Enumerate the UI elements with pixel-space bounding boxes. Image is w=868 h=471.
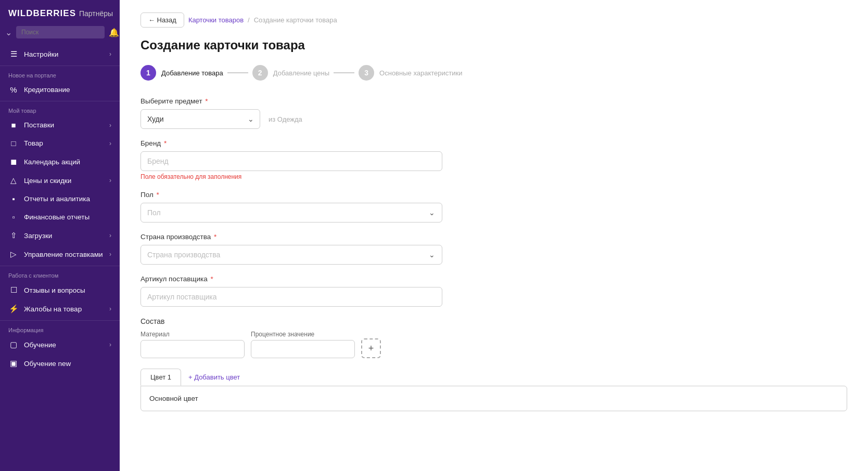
sidebar-item-krediting[interactable]: % Кредитование bbox=[0, 81, 120, 99]
breadcrumb-current: Создание карточки товара bbox=[254, 16, 337, 24]
breadcrumb: ← Назад Карточки товаров / Создание карт… bbox=[141, 12, 847, 28]
sidebar-item-learning[interactable]: ▢ Обучение › bbox=[0, 335, 120, 354]
step-line-1 bbox=[227, 72, 248, 73]
postavki-icon: ■ bbox=[8, 121, 19, 129]
subject-row: Худи ⌄ из Одежда bbox=[141, 109, 847, 129]
brand-error: Поле обязательно для заполнения bbox=[141, 173, 847, 180]
sidebar-item-prices[interactable]: △ Цены и скидки › bbox=[0, 171, 120, 190]
sidebar-item-label-reviews: Отзывы и вопросы bbox=[24, 286, 111, 294]
gender-select-wrapper: Пол ⌄ bbox=[141, 203, 442, 223]
country-select[interactable]: Страна производства bbox=[141, 245, 442, 265]
step-1-circle: 1 bbox=[141, 65, 156, 81]
sidebar-item-label-learning-new: Обучение new bbox=[24, 360, 111, 368]
page-title: Создание карточки товара bbox=[141, 38, 847, 53]
complaints-icon: ⚡ bbox=[8, 304, 19, 313]
divider bbox=[0, 66, 120, 66]
composition-title: Состав bbox=[141, 317, 847, 325]
sidebar-item-label-krediting: Кредитование bbox=[24, 86, 111, 94]
subject-select-wrapper: Худи ⌄ bbox=[141, 109, 260, 129]
article-label: Артикул поставщика * bbox=[141, 275, 847, 283]
sidebar-item-finance[interactable]: ▫ Финансовые отчеты bbox=[0, 208, 120, 226]
gender-label: Пол * bbox=[141, 191, 847, 199]
add-color-button[interactable]: + Добавить цвет bbox=[181, 369, 247, 385]
step-3: 3 Основные характеристики bbox=[359, 65, 462, 81]
chevron-right-icon-6: › bbox=[109, 251, 111, 258]
learning-new-icon: ▣ bbox=[8, 359, 19, 368]
percent-input[interactable] bbox=[251, 340, 355, 358]
material-label: Материал bbox=[141, 331, 245, 338]
step-2-label: Добавление цены bbox=[273, 69, 329, 77]
sidebar: WILDBERRIES Партнёры ⌄ 🔔 ☰ Настройки › Н… bbox=[0, 0, 120, 471]
chevron-right-icon: › bbox=[109, 50, 111, 58]
step-2: 2 Добавление цены bbox=[252, 65, 329, 81]
sidebar-item-label-calendar: Календарь акций bbox=[24, 158, 111, 166]
chevron-right-icon-5: › bbox=[109, 232, 111, 239]
sidebar-item-label-prices: Цены и скидки bbox=[24, 177, 104, 185]
sidebar-item-uploads[interactable]: ⇧ Загрузки › bbox=[0, 226, 120, 245]
color-panel: Основной цвет bbox=[141, 386, 847, 411]
step-1-label: Добавление товара bbox=[161, 69, 223, 77]
subject-label: Выберите предмет * bbox=[141, 97, 847, 105]
sidebar-item-postavki[interactable]: ■ Поставки › bbox=[0, 116, 120, 134]
sidebar-item-label-complaints: Жалобы на товар bbox=[24, 305, 104, 313]
sidebar-item-settings[interactable]: ☰ Настройки › bbox=[0, 45, 120, 63]
brand-label: Бренд * bbox=[141, 139, 847, 147]
krediting-icon: % bbox=[8, 85, 19, 94]
sidebar-item-label-settings: Настройки bbox=[24, 50, 104, 58]
color-tab-1[interactable]: Цвет 1 bbox=[141, 369, 181, 386]
prices-icon: △ bbox=[8, 176, 19, 185]
calendar-icon: ◼ bbox=[8, 157, 19, 166]
new-on-portal-label: Новое на портале bbox=[0, 68, 120, 81]
brand-input[interactable] bbox=[141, 151, 442, 171]
chevron-right-icon-2: › bbox=[109, 122, 111, 129]
step-1: 1 Добавление товара bbox=[141, 65, 223, 81]
divider-3 bbox=[0, 266, 120, 266]
sidebar-logo-partners: Партнёры bbox=[79, 9, 113, 18]
gender-section: Пол * Пол ⌄ bbox=[141, 191, 847, 223]
expand-icon[interactable]: ⌄ bbox=[5, 28, 12, 37]
country-section: Страна производства * Страна производств… bbox=[141, 233, 847, 265]
back-button[interactable]: ← Назад bbox=[141, 12, 184, 28]
breadcrumb-link[interactable]: Карточки товаров bbox=[188, 16, 244, 24]
sidebar-item-label-postavki: Поставки bbox=[24, 121, 104, 129]
country-select-wrapper: Страна производства ⌄ bbox=[141, 245, 442, 265]
main-inner: ← Назад Карточки товаров / Создание карт… bbox=[120, 0, 868, 471]
sidebar-item-supply-mgmt[interactable]: ▷ Управление поставками › bbox=[0, 245, 120, 264]
sidebar-logo-wb: WILDBERRIES bbox=[8, 8, 76, 19]
sidebar-item-label-uploads: Загрузки bbox=[24, 232, 104, 240]
step-3-label: Основные характеристики bbox=[379, 69, 462, 77]
subject-section: Выберите предмет * Худи ⌄ из Одежда bbox=[141, 97, 847, 129]
subject-select[interactable]: Худи bbox=[141, 109, 260, 129]
sidebar-item-tovar[interactable]: □ Товар › bbox=[0, 134, 120, 152]
divider-4 bbox=[0, 320, 120, 321]
sidebar-item-learning-new[interactable]: ▣ Обучение new bbox=[0, 354, 120, 373]
material-input[interactable] bbox=[141, 340, 245, 358]
breadcrumb-separator: / bbox=[248, 16, 250, 24]
info-label: Информация bbox=[0, 323, 120, 335]
my-product-label: Мой товар bbox=[0, 103, 120, 116]
sidebar-logo: WILDBERRIES Партнёры bbox=[0, 0, 120, 26]
sidebar-item-label-tovar: Товар bbox=[24, 139, 104, 147]
add-composition-button[interactable]: + bbox=[361, 338, 381, 358]
sidebar-item-reports[interactable]: ▪ Отчеты и аналитика bbox=[0, 190, 120, 208]
settings-icon: ☰ bbox=[8, 49, 19, 59]
sidebar-item-calendar[interactable]: ◼ Календарь акций bbox=[0, 152, 120, 171]
sidebar-item-label-supply-mgmt: Управление поставками bbox=[24, 251, 104, 258]
sidebar-item-reviews[interactable]: ☐ Отзывы и вопросы bbox=[0, 281, 120, 299]
search-input[interactable] bbox=[16, 26, 105, 38]
sidebar-item-label-learning: Обучение bbox=[24, 341, 104, 349]
composition-section: Состав Материал Процентное значение + bbox=[141, 317, 847, 358]
country-label: Страна производства * bbox=[141, 233, 847, 241]
article-input[interactable] bbox=[141, 287, 442, 307]
finance-icon: ▫ bbox=[8, 213, 19, 221]
subject-sub: из Одежда bbox=[269, 115, 302, 123]
sidebar-item-complaints[interactable]: ⚡ Жалобы на товар › bbox=[0, 299, 120, 318]
chevron-right-icon-8: › bbox=[109, 341, 111, 348]
sidebar-search-row: ⌄ 🔔 bbox=[0, 26, 120, 45]
learning-icon: ▢ bbox=[8, 340, 19, 349]
gender-select[interactable]: Пол bbox=[141, 203, 442, 223]
material-col: Материал bbox=[141, 331, 245, 358]
bell-icon[interactable]: 🔔 bbox=[109, 28, 119, 37]
chevron-right-icon-4: › bbox=[109, 177, 111, 184]
main-content: ← Назад Карточки товаров / Создание карт… bbox=[120, 0, 868, 471]
